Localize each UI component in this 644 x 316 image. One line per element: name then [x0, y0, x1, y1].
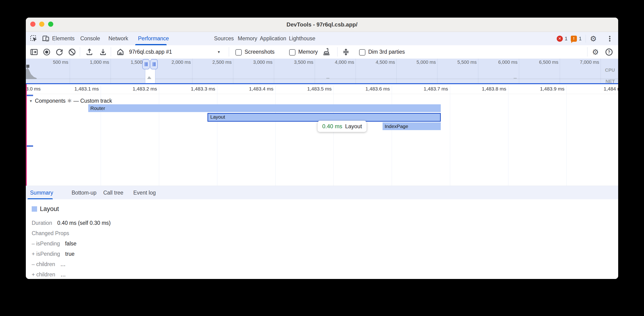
grid-line: [450, 86, 450, 186]
divider: [587, 47, 588, 56]
ruler-tick: 1,483.3 ms: [178, 86, 215, 92]
flame-chart-area[interactable]: 1,483.0 ms 1,483.1 ms 1,483.2 ms 1,483.3…: [26, 84, 618, 186]
summary-row: + children…: [32, 272, 66, 278]
tab-memory[interactable]: Memory: [238, 32, 257, 45]
dim-3rd-parties-label[interactable]: Dim 3rd parties: [368, 45, 405, 59]
overview-tick: 7,000 ms: [564, 59, 599, 65]
device-toolbar-icon[interactable]: [41, 34, 50, 43]
ruler-tick: 1,483.6 ms: [352, 86, 390, 92]
download-profile-icon[interactable]: [98, 48, 108, 56]
settings-gear-icon[interactable]: ⚙: [589, 34, 598, 43]
flame-bar-indexpage[interactable]: IndexPage: [382, 122, 441, 130]
divider: [337, 47, 338, 56]
row-label: + children: [32, 272, 55, 278]
capture-settings-gear-icon[interactable]: ⚙: [591, 48, 600, 56]
summary-row: – isPendingfalse: [32, 241, 76, 247]
memory-label[interactable]: Memory: [298, 45, 318, 59]
event-color-swatch: [32, 206, 37, 212]
zoom-window-left-handle[interactable]: [142, 59, 150, 69]
zoom-window-right-handle[interactable]: [150, 59, 158, 69]
upload-profile-icon[interactable]: [85, 48, 94, 56]
collapse-tracks-icon[interactable]: [342, 48, 350, 56]
net-band-separator: [26, 79, 618, 79]
tab-summary[interactable]: Summary: [30, 186, 53, 200]
row-label: Duration: [32, 220, 52, 226]
cpu-activity-bump: [147, 76, 152, 79]
summary-row: Changed Props: [32, 230, 74, 237]
tab-console[interactable]: Console: [80, 32, 100, 45]
disclosure-triangle-icon[interactable]: ▼: [29, 99, 32, 103]
record-icon[interactable]: [42, 48, 51, 56]
record-and-reload-icon[interactable]: [55, 48, 64, 56]
ruler-tick: 1,483.7 ms: [410, 86, 448, 92]
ruler-bottom-border: [26, 94, 618, 94]
row-label: + isPending: [32, 251, 60, 257]
warning-count[interactable]: 1: [579, 32, 582, 45]
tab-bottom-up[interactable]: Bottom-up: [72, 186, 96, 200]
cpu-baseline: [26, 78, 618, 79]
flame-bar-layout[interactable]: Layout: [208, 113, 441, 122]
grid-line: [217, 86, 217, 186]
summary-row: – children…: [32, 261, 66, 268]
row-value: …: [60, 261, 66, 267]
grid-line: [392, 86, 392, 186]
overview-tick: 6,000 ms: [482, 59, 518, 65]
tick-line: [315, 59, 315, 83]
divider: [586, 35, 586, 43]
svg-text:?: ?: [608, 50, 610, 54]
row-value: true: [65, 251, 75, 257]
grid-line: [334, 86, 334, 186]
target-dropdown-caret-icon[interactable]: ▼: [217, 45, 220, 59]
toggle-sidebar-icon[interactable]: [30, 48, 38, 56]
error-icon[interactable]: ✕: [557, 36, 563, 42]
desktop-background: DevTools - 97r6ql.csb.app/ Elements Cons…: [0, 0, 644, 316]
overview-tick: 500 ms: [33, 59, 68, 65]
summary-panel: Layout Duration0.40 ms (self 0.30 ms) Ch…: [26, 199, 618, 279]
tooltip-duration: 0.40 ms: [322, 123, 342, 129]
memory-checkbox[interactable]: [289, 49, 296, 55]
tab-call-tree[interactable]: Call tree: [103, 186, 124, 200]
track-title: Components ⚛ — Custom track: [35, 98, 112, 104]
overview-tick: 5,000 ms: [400, 59, 436, 65]
tick-line: [519, 59, 519, 83]
flame-bar-router[interactable]: Router: [88, 104, 441, 112]
tooltip-name: Layout: [345, 123, 362, 129]
ruler-tick: 1,483.8 ms: [469, 86, 506, 92]
warning-icon[interactable]: !: [571, 36, 577, 42]
overview-tick: 2,500 ms: [196, 59, 232, 65]
collect-garbage-broom-icon[interactable]: [322, 48, 331, 56]
ruler-tick: 1,484 ms: [604, 86, 618, 92]
row-value: …: [60, 272, 66, 278]
screenshots-label[interactable]: Screenshots: [244, 45, 274, 59]
overview-tick: 4,500 ms: [360, 59, 395, 65]
tick-line: [233, 59, 233, 83]
dim-3rd-parties-checkbox[interactable]: [359, 49, 366, 55]
ruler-tick: 1,483.4 ms: [236, 86, 274, 92]
row-value: false: [65, 241, 76, 247]
flame-tooltip: 0.40 msLayout: [318, 121, 366, 132]
row-label: Changed Props: [32, 230, 69, 236]
error-count[interactable]: 1: [565, 32, 568, 45]
summary-title-row: Layout: [32, 205, 59, 213]
overview-tick: 4,000 ms: [319, 59, 354, 65]
tab-application[interactable]: Application: [260, 32, 286, 45]
tab-sources[interactable]: Sources: [214, 32, 234, 45]
tab-elements[interactable]: Elements: [52, 32, 75, 45]
inspect-element-icon[interactable]: [30, 34, 38, 43]
kebab-menu-icon[interactable]: [606, 34, 614, 43]
tab-event-log[interactable]: Event log: [133, 186, 156, 200]
tab-performance[interactable]: Performance: [138, 32, 169, 45]
timeline-overview[interactable]: 500 ms 1,000 ms 1,500 ms 2,000 ms 2,500 …: [26, 59, 618, 83]
custom-track-header[interactable]: ▼ Components ⚛ — Custom track: [29, 97, 112, 104]
help-icon[interactable]: ?: [604, 48, 614, 56]
tab-lighthouse[interactable]: Lighthouse: [289, 32, 316, 45]
tab-network[interactable]: Network: [108, 32, 128, 45]
target-selector[interactable]: 97r6ql.csb.app #1: [129, 45, 172, 59]
screenshots-checkbox[interactable]: [236, 49, 242, 55]
cpu-band-label: CPU: [587, 67, 615, 73]
clear-icon[interactable]: [68, 48, 76, 56]
summary-row: + isPendingtrue: [32, 251, 74, 257]
home-icon[interactable]: [116, 48, 125, 56]
overview-tick: 5,500 ms: [442, 59, 477, 65]
divider: [229, 47, 229, 56]
